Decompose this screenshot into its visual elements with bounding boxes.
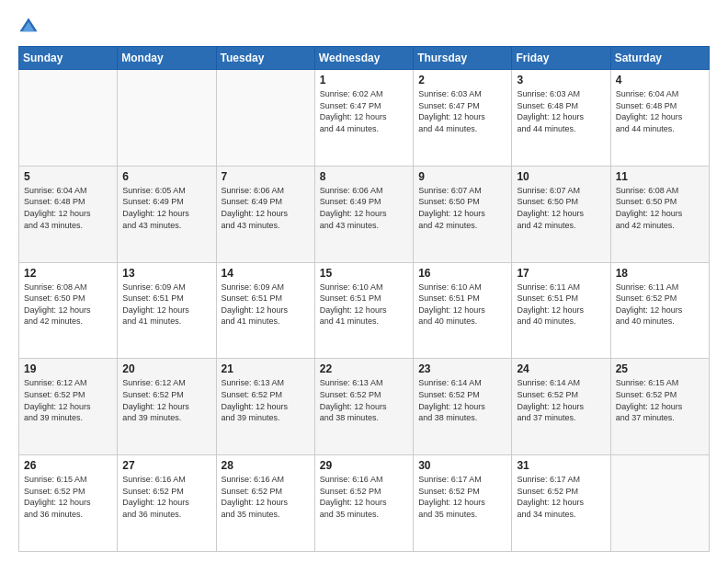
day-number: 10 (517, 170, 605, 183)
day-number: 25 (616, 362, 704, 375)
empty-cell (118, 70, 216, 167)
day-info: Sunrise: 6:09 AM Sunset: 6:51 PM Dayligh… (122, 282, 210, 327)
day-number: 9 (418, 170, 506, 183)
day-number: 26 (24, 459, 112, 472)
calendar-day-9: 9Sunrise: 6:07 AM Sunset: 6:50 PM Daylig… (414, 166, 512, 262)
weekday-header-friday: Friday (512, 47, 610, 70)
calendar-day-21: 21Sunrise: 6:13 AM Sunset: 6:52 PM Dayli… (216, 359, 314, 455)
day-number: 1 (320, 74, 408, 86)
day-info: Sunrise: 6:08 AM Sunset: 6:50 PM Dayligh… (24, 282, 112, 327)
empty-cell (19, 70, 118, 167)
day-number: 14 (222, 267, 310, 280)
day-info: Sunrise: 6:03 AM Sunset: 6:47 PM Dayligh… (418, 88, 506, 134)
calendar-day-6: 6Sunrise: 6:05 AM Sunset: 6:49 PM Daylig… (118, 166, 216, 262)
day-number: 23 (418, 362, 506, 375)
calendar-day-7: 7Sunrise: 6:06 AM Sunset: 6:49 PM Daylig… (216, 166, 314, 262)
calendar-day-25: 25Sunrise: 6:15 AM Sunset: 6:52 PM Dayli… (610, 359, 709, 455)
day-info: Sunrise: 6:02 AM Sunset: 6:47 PM Dayligh… (320, 88, 408, 134)
day-info: Sunrise: 6:11 AM Sunset: 6:51 PM Dayligh… (517, 282, 605, 327)
day-number: 11 (616, 170, 704, 183)
calendar-day-30: 30Sunrise: 6:17 AM Sunset: 6:52 PM Dayli… (414, 455, 512, 552)
empty-cell (610, 455, 709, 552)
calendar-day-22: 22Sunrise: 6:13 AM Sunset: 6:52 PM Dayli… (314, 359, 413, 455)
day-number: 4 (616, 74, 704, 86)
day-info: Sunrise: 6:06 AM Sunset: 6:49 PM Dayligh… (320, 185, 408, 231)
page: SundayMondayTuesdayWednesdayThursdayFrid… (0, 0, 728, 563)
day-info: Sunrise: 6:09 AM Sunset: 6:51 PM Dayligh… (222, 282, 310, 327)
day-number: 20 (122, 362, 210, 375)
day-info: Sunrise: 6:14 AM Sunset: 6:52 PM Dayligh… (418, 377, 506, 423)
calendar-body: 1Sunrise: 6:02 AM Sunset: 6:47 PM Daylig… (19, 70, 710, 552)
calendar-day-4: 4Sunrise: 6:04 AM Sunset: 6:48 PM Daylig… (610, 70, 709, 167)
calendar-day-24: 24Sunrise: 6:14 AM Sunset: 6:52 PM Dayli… (512, 359, 610, 455)
logo (18, 17, 40, 37)
calendar-day-12: 12Sunrise: 6:08 AM Sunset: 6:50 PM Dayli… (19, 262, 118, 359)
calendar-day-16: 16Sunrise: 6:10 AM Sunset: 6:51 PM Dayli… (414, 262, 512, 359)
calendar-day-29: 29Sunrise: 6:16 AM Sunset: 6:52 PM Dayli… (314, 455, 413, 552)
day-number: 16 (418, 267, 506, 280)
day-info: Sunrise: 6:12 AM Sunset: 6:52 PM Dayligh… (122, 377, 210, 423)
day-info: Sunrise: 6:07 AM Sunset: 6:50 PM Dayligh… (517, 185, 605, 231)
calendar-day-19: 19Sunrise: 6:12 AM Sunset: 6:52 PM Dayli… (19, 359, 118, 455)
day-info: Sunrise: 6:17 AM Sunset: 6:52 PM Dayligh… (418, 474, 506, 520)
day-number: 28 (222, 459, 310, 472)
day-info: Sunrise: 6:10 AM Sunset: 6:51 PM Dayligh… (418, 282, 506, 327)
day-info: Sunrise: 6:17 AM Sunset: 6:52 PM Dayligh… (517, 474, 605, 520)
calendar-week-5: 26Sunrise: 6:15 AM Sunset: 6:52 PM Dayli… (19, 455, 710, 552)
calendar-day-17: 17Sunrise: 6:11 AM Sunset: 6:51 PM Dayli… (512, 262, 610, 359)
day-number: 2 (418, 74, 506, 86)
calendar-day-27: 27Sunrise: 6:16 AM Sunset: 6:52 PM Dayli… (118, 455, 216, 552)
weekday-header-sunday: Sunday (19, 47, 118, 70)
calendar-day-11: 11Sunrise: 6:08 AM Sunset: 6:50 PM Dayli… (610, 166, 709, 262)
day-number: 19 (24, 362, 112, 375)
header (18, 17, 710, 37)
weekday-header-wednesday: Wednesday (314, 47, 413, 70)
calendar-week-4: 19Sunrise: 6:12 AM Sunset: 6:52 PM Dayli… (19, 359, 710, 455)
day-info: Sunrise: 6:15 AM Sunset: 6:52 PM Dayligh… (24, 474, 112, 520)
day-info: Sunrise: 6:13 AM Sunset: 6:52 PM Dayligh… (222, 377, 310, 423)
calendar-day-20: 20Sunrise: 6:12 AM Sunset: 6:52 PM Dayli… (118, 359, 216, 455)
day-number: 30 (418, 459, 506, 472)
day-number: 21 (222, 362, 310, 375)
calendar-day-13: 13Sunrise: 6:09 AM Sunset: 6:51 PM Dayli… (118, 262, 216, 359)
calendar-day-23: 23Sunrise: 6:14 AM Sunset: 6:52 PM Dayli… (414, 359, 512, 455)
calendar-week-3: 12Sunrise: 6:08 AM Sunset: 6:50 PM Dayli… (19, 262, 710, 359)
day-info: Sunrise: 6:11 AM Sunset: 6:52 PM Dayligh… (616, 282, 704, 327)
day-number: 7 (222, 170, 310, 183)
calendar-day-18: 18Sunrise: 6:11 AM Sunset: 6:52 PM Dayli… (610, 262, 709, 359)
weekday-header-thursday: Thursday (414, 47, 512, 70)
day-number: 17 (517, 267, 605, 280)
weekday-row: SundayMondayTuesdayWednesdayThursdayFrid… (19, 47, 710, 70)
day-info: Sunrise: 6:16 AM Sunset: 6:52 PM Dayligh… (222, 474, 310, 520)
day-info: Sunrise: 6:13 AM Sunset: 6:52 PM Dayligh… (320, 377, 408, 423)
calendar-day-10: 10Sunrise: 6:07 AM Sunset: 6:50 PM Dayli… (512, 166, 610, 262)
calendar-week-2: 5Sunrise: 6:04 AM Sunset: 6:48 PM Daylig… (19, 166, 710, 262)
day-info: Sunrise: 6:14 AM Sunset: 6:52 PM Dayligh… (517, 377, 605, 423)
day-number: 12 (24, 267, 112, 280)
calendar-day-2: 2Sunrise: 6:03 AM Sunset: 6:47 PM Daylig… (414, 70, 512, 167)
day-info: Sunrise: 6:16 AM Sunset: 6:52 PM Dayligh… (320, 474, 408, 520)
day-number: 3 (517, 74, 605, 86)
logo-icon (18, 17, 39, 37)
day-number: 18 (616, 267, 704, 280)
day-number: 8 (320, 170, 408, 183)
day-number: 29 (320, 459, 408, 472)
day-info: Sunrise: 6:16 AM Sunset: 6:52 PM Dayligh… (122, 474, 210, 520)
day-info: Sunrise: 6:04 AM Sunset: 6:48 PM Dayligh… (616, 88, 704, 134)
day-info: Sunrise: 6:05 AM Sunset: 6:49 PM Dayligh… (122, 185, 210, 231)
day-number: 31 (517, 459, 605, 472)
calendar-day-26: 26Sunrise: 6:15 AM Sunset: 6:52 PM Dayli… (19, 455, 118, 552)
day-info: Sunrise: 6:03 AM Sunset: 6:48 PM Dayligh… (517, 88, 605, 134)
day-number: 15 (320, 267, 408, 280)
empty-cell (216, 70, 314, 167)
calendar-day-28: 28Sunrise: 6:16 AM Sunset: 6:52 PM Dayli… (216, 455, 314, 552)
day-number: 27 (122, 459, 210, 472)
day-number: 6 (122, 170, 210, 183)
day-info: Sunrise: 6:12 AM Sunset: 6:52 PM Dayligh… (24, 377, 112, 423)
calendar-week-1: 1Sunrise: 6:02 AM Sunset: 6:47 PM Daylig… (19, 70, 710, 167)
weekday-header-saturday: Saturday (610, 47, 709, 70)
calendar-day-5: 5Sunrise: 6:04 AM Sunset: 6:48 PM Daylig… (19, 166, 118, 262)
day-info: Sunrise: 6:10 AM Sunset: 6:51 PM Dayligh… (320, 282, 408, 327)
calendar-day-14: 14Sunrise: 6:09 AM Sunset: 6:51 PM Dayli… (216, 262, 314, 359)
calendar-day-31: 31Sunrise: 6:17 AM Sunset: 6:52 PM Dayli… (512, 455, 610, 552)
